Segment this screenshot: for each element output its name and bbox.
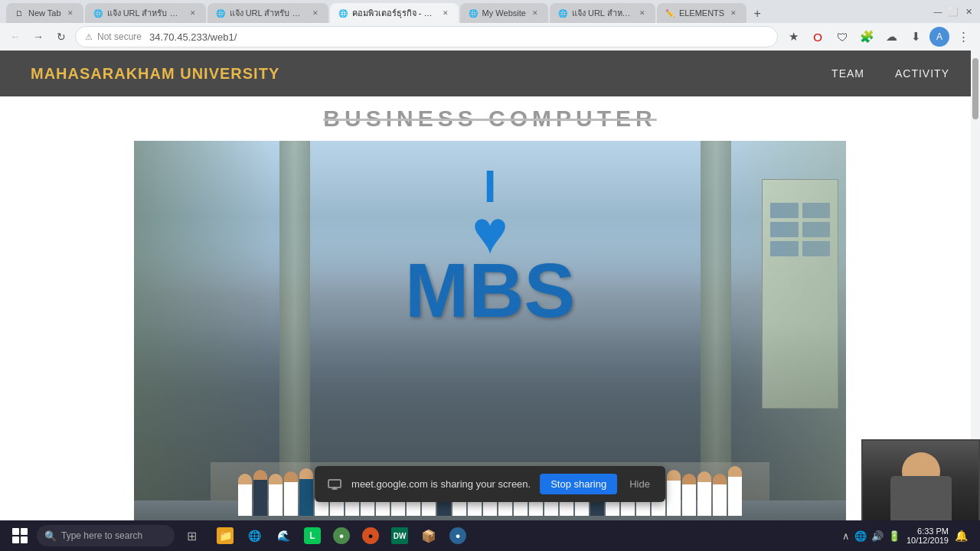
menu-button[interactable]: ⋮ bbox=[952, 26, 974, 47]
site-nav: TEAM ACTIVITY bbox=[831, 67, 949, 80]
page-heading: BUSINESS COMPUTER bbox=[323, 106, 656, 131]
win-sq-1 bbox=[12, 528, 19, 535]
tab-url-share-2[interactable]: 🌐 แจ้ง URL สำหรับ website... ✕ bbox=[207, 3, 328, 23]
notifications-icon[interactable]: 🔔 bbox=[955, 530, 968, 542]
address-bar: ← → ↻ ⚠ Not secure 34.70.45.233/web1/ ★ … bbox=[0, 23, 980, 51]
tab-favicon-4: 🌐 bbox=[338, 8, 348, 18]
cloud-icon[interactable]: ☁ bbox=[880, 26, 902, 47]
profile-avatar[interactable]: A bbox=[929, 27, 949, 47]
tab-url-share-1[interactable]: 🌐 แจ้ง URL สำหรับ website... ✕ bbox=[85, 3, 206, 23]
taskbar-search[interactable]: 🔍 Type here to search bbox=[37, 525, 175, 546]
maximize-button[interactable]: ⬜ bbox=[948, 6, 959, 17]
volume-icon[interactable]: 🔊 bbox=[871, 530, 884, 542]
forward-button[interactable]: → bbox=[29, 28, 47, 46]
clock-date: 10/12/2019 bbox=[906, 536, 949, 545]
share-message: meet.google.com is sharing your screen. bbox=[351, 478, 531, 490]
app8-icon: 📦 bbox=[420, 527, 437, 544]
tabs-container: 🗋 New Tab ✕ 🌐 แจ้ง URL สำหรับ website...… bbox=[6, 0, 933, 23]
download-icon[interactable]: ⬇ bbox=[905, 26, 926, 47]
line-icon: L bbox=[304, 527, 321, 544]
tab-label-5: My Website bbox=[482, 8, 526, 18]
stop-sharing-button[interactable]: Stop sharing bbox=[540, 474, 617, 494]
clock-time: 6:33 PM bbox=[906, 527, 949, 536]
task-view-icon: ⊞ bbox=[187, 529, 197, 543]
minimize-button[interactable]: — bbox=[933, 6, 943, 17]
tab-close-4[interactable]: ✕ bbox=[440, 8, 451, 18]
taskbar: 🔍 Type here to search ⊞ 📁 🌐 🌊 L ● ● DW 📦 bbox=[0, 520, 980, 551]
nav-team[interactable]: TEAM bbox=[831, 67, 864, 80]
address-bar-text: 34.70.45.233/web1/ bbox=[149, 31, 237, 43]
tab-elements[interactable]: ✏️ ELEMENTS ✕ bbox=[657, 3, 746, 23]
app5-icon: ● bbox=[333, 527, 350, 544]
search-placeholder: Type here to search bbox=[61, 530, 142, 541]
task-view-button[interactable]: ⊞ bbox=[178, 522, 205, 549]
tab-label-6: แจ้ง URL สำหรับ website... bbox=[572, 6, 633, 20]
chrome-icon: 🌐 bbox=[246, 527, 263, 544]
tab-close-3[interactable]: ✕ bbox=[310, 8, 321, 18]
video-person-frame bbox=[863, 441, 978, 522]
taskbar-chrome[interactable]: 🌐 bbox=[240, 522, 268, 549]
tab-label-7: ELEMENTS bbox=[679, 8, 724, 18]
app6-icon: ● bbox=[362, 527, 379, 544]
scrollbar-thumb[interactable] bbox=[972, 58, 978, 119]
system-tray: ∧ 🌐 🔊 🔋 bbox=[842, 530, 900, 542]
close-button[interactable]: ✕ bbox=[963, 6, 974, 17]
taskbar-edge[interactable]: 🌊 bbox=[270, 522, 297, 549]
win-sq-4 bbox=[21, 536, 28, 543]
taskbar-apps: 📁 🌐 🌊 L ● ● DW 📦 ● bbox=[211, 522, 472, 549]
protocol-label: Not secure bbox=[97, 31, 142, 42]
reload-button[interactable]: ↻ bbox=[52, 28, 70, 46]
tab-url-share-3[interactable]: 🌐 แจ้ง URL สำหรับ website... ✕ bbox=[550, 3, 655, 23]
tab-close-7[interactable]: ✕ bbox=[728, 8, 739, 18]
extension-icon[interactable]: 🧩 bbox=[856, 26, 877, 47]
tab-favicon-5: 🌐 bbox=[468, 8, 479, 18]
address-input[interactable]: ⚠ Not secure 34.70.45.233/web1/ bbox=[75, 26, 778, 47]
mbs-text: MBS bbox=[405, 252, 575, 328]
taskbar-dreamweaver[interactable]: DW bbox=[386, 522, 413, 549]
new-tab-button[interactable]: + bbox=[748, 5, 766, 23]
taskbar-app9[interactable]: ● bbox=[444, 522, 472, 549]
search-icon-taskbar: 🔍 bbox=[44, 530, 57, 542]
bookmark-button[interactable]: ★ bbox=[782, 26, 804, 47]
opera-icon[interactable]: O bbox=[807, 26, 828, 47]
screen-share-bar: meet.google.com is sharing your screen. … bbox=[315, 466, 665, 502]
win-sq-3 bbox=[12, 536, 19, 543]
tab-business-computer[interactable]: 🌐 คอมพิวเตอร์ธุรกิจ - BC59... ✕ bbox=[330, 3, 459, 23]
nav-activity[interactable]: ACTIVITY bbox=[895, 67, 949, 80]
tray-expand[interactable]: ∧ bbox=[842, 530, 850, 542]
tab-close-5[interactable]: ✕ bbox=[530, 8, 541, 18]
taskbar-app8[interactable]: 📦 bbox=[415, 522, 443, 549]
tab-favicon-6: 🌐 bbox=[557, 8, 568, 18]
tab-label-1: New Tab bbox=[28, 8, 61, 18]
tab-my-website[interactable]: 🌐 My Website ✕ bbox=[460, 3, 548, 23]
toolbar-icons: ★ O 🛡 🧩 ☁ ⬇ A ⋮ bbox=[782, 26, 974, 47]
tab-label-3: แจ้ง URL สำหรับ website... bbox=[230, 6, 306, 20]
edge-icon: 🌊 bbox=[275, 527, 292, 544]
love-sign: I ♥ MBS bbox=[405, 164, 575, 328]
tab-close-6[interactable]: ✕ bbox=[637, 8, 648, 18]
tab-favicon-1: 🗋 bbox=[14, 8, 24, 18]
site-header: MAHASARAKHAM UNIVERSITY TEAM ACTIVITY bbox=[0, 51, 980, 96]
file-explorer-icon: 📁 bbox=[217, 527, 234, 544]
window-controls: — ⬜ ✕ bbox=[933, 6, 974, 17]
taskbar-line[interactable]: L bbox=[299, 522, 326, 549]
app9-icon: ● bbox=[449, 527, 466, 544]
system-clock[interactable]: 6:33 PM 10/12/2019 bbox=[906, 527, 949, 545]
title-bar: 🗋 New Tab ✕ 🌐 แจ้ง URL สำหรับ website...… bbox=[0, 0, 980, 23]
tab-close-2[interactable]: ✕ bbox=[188, 8, 198, 18]
taskbar-file-explorer[interactable]: 📁 bbox=[211, 522, 239, 549]
taskbar-app5[interactable]: ● bbox=[328, 522, 355, 549]
dreamweaver-icon: DW bbox=[391, 527, 408, 544]
start-button[interactable] bbox=[6, 522, 34, 549]
back-button[interactable]: ← bbox=[6, 28, 24, 46]
taskbar-app6[interactable]: ● bbox=[357, 522, 384, 549]
hide-button[interactable]: Hide bbox=[626, 474, 653, 494]
battery-icon[interactable]: 🔋 bbox=[888, 530, 900, 542]
svg-rect-0 bbox=[328, 480, 341, 487]
tab-favicon-7: ✏️ bbox=[665, 8, 675, 18]
shield-icon[interactable]: 🛡 bbox=[831, 26, 853, 47]
network-icon[interactable]: 🌐 bbox=[854, 530, 867, 542]
tab-close-1[interactable]: ✕ bbox=[65, 8, 76, 18]
win-sq-2 bbox=[21, 528, 28, 535]
tab-new-tab[interactable]: 🗋 New Tab ✕ bbox=[6, 3, 83, 23]
